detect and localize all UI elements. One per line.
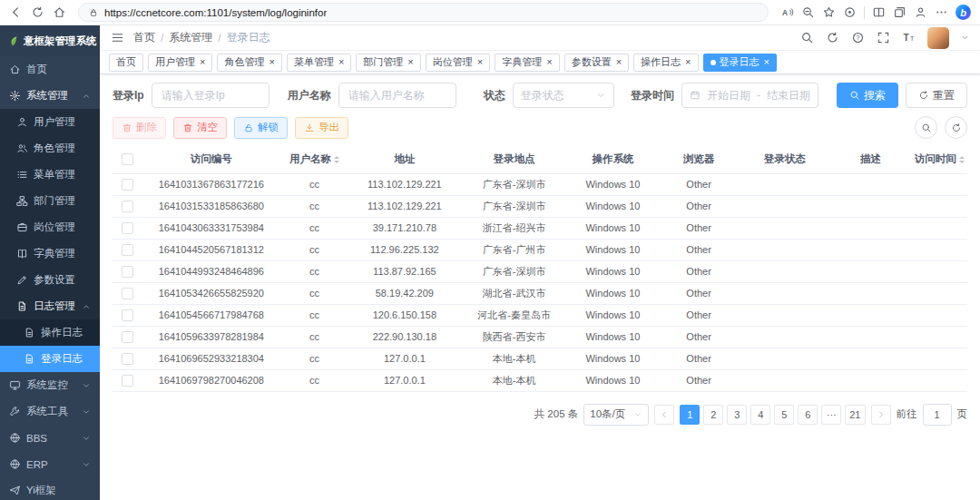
table-row[interactable]: 1641069798270046208cc127.0.0.1本地-本机Windo…	[113, 369, 967, 391]
lock-icon[interactable]	[88, 7, 99, 18]
unlock-button[interactable]: 解锁	[234, 117, 288, 139]
clear-button[interactable]: 清空	[173, 117, 227, 139]
page-button-4[interactable]: 4	[750, 405, 770, 425]
row-checkbox[interactable]	[122, 201, 133, 212]
profile-icon[interactable]	[914, 5, 927, 19]
table-row[interactable]: 1641031367863177216cc113.102.129.221广东省-…	[113, 173, 967, 195]
font-size-icon[interactable]: TT	[902, 31, 916, 44]
header-refresh-icon[interactable]	[826, 31, 839, 44]
tab-2[interactable]: 角色管理×	[217, 54, 281, 72]
breadcrumb-system[interactable]: 系统管理	[169, 30, 212, 45]
sidebar-item-2[interactable]: 用户管理	[0, 109, 100, 135]
prev-page-button[interactable]	[654, 405, 674, 425]
sidebar-item-13[interactable]: 系统工具	[0, 398, 100, 425]
tab-7[interactable]: 参数设置×	[564, 54, 629, 72]
sidebar-item-8[interactable]: 参数设置	[0, 267, 100, 293]
sidebar-item-5[interactable]: 部门管理	[0, 188, 100, 214]
sidebar-item-12[interactable]: 系统监控	[0, 372, 100, 398]
sidebar-item-1[interactable]: 系统管理	[0, 83, 100, 109]
user-name-input[interactable]	[338, 83, 456, 108]
sidebar-item-6[interactable]: 岗位管理	[0, 214, 100, 240]
user-avatar[interactable]	[927, 27, 949, 49]
tab-5[interactable]: 岗位管理×	[426, 54, 490, 72]
page-button-1[interactable]: 1	[680, 405, 700, 425]
close-tab-icon[interactable]: ×	[407, 57, 413, 67]
read-aloud-icon[interactable]: A	[780, 5, 794, 19]
tab-9[interactable]: 登录日志×	[703, 54, 777, 72]
close-tab-icon[interactable]: ×	[616, 57, 622, 67]
column-header-1[interactable]: 用户名称	[280, 146, 349, 173]
close-tab-icon[interactable]: ×	[546, 57, 552, 67]
row-checkbox[interactable]	[122, 375, 133, 387]
sidebar-item-14[interactable]: BBS	[0, 425, 100, 451]
header-search-icon[interactable]	[800, 31, 814, 44]
column-header-8[interactable]: 访问时间	[911, 146, 967, 173]
refresh-table-button[interactable]	[945, 116, 967, 139]
tab-6[interactable]: 字典管理×	[495, 54, 559, 72]
close-tab-icon[interactable]: ×	[764, 57, 769, 67]
page-button-6[interactable]: 6	[798, 405, 818, 425]
sidebar-item-9[interactable]: 日志管理	[0, 293, 100, 319]
tab-8[interactable]: 操作日志×	[633, 54, 698, 72]
row-checkbox[interactable]	[122, 266, 133, 278]
sort-icon[interactable]	[959, 156, 965, 163]
export-button[interactable]: 导出	[295, 117, 348, 139]
sort-icon[interactable]	[334, 156, 339, 163]
sidebar-item-16[interactable]: Yi框架	[0, 477, 100, 500]
sidebar-item-7[interactable]: 字典管理	[0, 240, 100, 267]
toggle-search-button[interactable]	[915, 116, 937, 139]
breadcrumb-home[interactable]: 首页	[133, 30, 155, 45]
tab-4[interactable]: 部门管理×	[356, 54, 420, 72]
select-all-checkbox[interactable]	[122, 153, 133, 165]
delete-button[interactable]: 删除	[113, 117, 166, 139]
search-button[interactable]: 搜索	[837, 83, 898, 108]
table-row[interactable]: 1641043063331753984cc39.171.210.78浙江省-绍兴…	[113, 217, 967, 239]
page-button-21[interactable]: 21	[845, 405, 865, 425]
browser-home-icon[interactable]	[53, 5, 66, 19]
row-checkbox[interactable]	[122, 353, 133, 365]
page-button-2[interactable]: 2	[703, 405, 723, 425]
back-icon[interactable]	[9, 5, 23, 19]
close-tab-icon[interactable]: ×	[200, 57, 205, 67]
sidebar-item-0[interactable]: 首页	[0, 56, 100, 83]
close-tab-icon[interactable]: ×	[269, 57, 274, 67]
sidebar-item-10[interactable]: 操作日志	[0, 319, 100, 346]
row-checkbox[interactable]	[122, 288, 133, 299]
split-screen-icon[interactable]	[872, 5, 886, 19]
page-size-select[interactable]: 10条/页	[583, 404, 649, 426]
login-time-range[interactable]: 开始日期 - 结束日期	[681, 83, 818, 108]
fullscreen-icon[interactable]	[877, 31, 890, 44]
sidebar-item-11[interactable]: 登录日志	[0, 346, 100, 372]
close-tab-icon[interactable]: ×	[685, 57, 691, 67]
close-tab-icon[interactable]: ×	[338, 57, 344, 67]
favorites-icon[interactable]	[822, 5, 836, 19]
table-row[interactable]: 1641069652933218304cc127.0.0.1本地-本机Windo…	[113, 348, 967, 369]
goto-page-input[interactable]	[923, 404, 952, 426]
more-pages-button[interactable]: ···	[821, 405, 841, 425]
tab-1[interactable]: 用户管理×	[148, 54, 212, 72]
collections-icon[interactable]	[893, 5, 906, 19]
sidebar-item-4[interactable]: 菜单管理	[0, 162, 100, 188]
login-ip-input[interactable]	[152, 83, 270, 108]
help-icon[interactable]: ?	[851, 31, 865, 44]
address-bar[interactable]: https://ccnetcore.com:1101/system/log/lo…	[78, 3, 769, 22]
reset-button[interactable]: 重置	[906, 83, 967, 108]
table-row[interactable]: 1641053426655825920cc58.19.42.209湖北省-武汉市…	[113, 282, 967, 304]
avatar-caret-down-icon[interactable]	[961, 34, 969, 42]
reload-icon[interactable]	[31, 5, 44, 19]
sidebar-item-15[interactable]: ERP	[0, 451, 100, 477]
table-row[interactable]: 1641059633978281984cc222.90.130.18陕西省-西安…	[113, 326, 967, 348]
row-checkbox[interactable]	[122, 331, 133, 343]
sidebar-item-3[interactable]: 角色管理	[0, 135, 100, 162]
row-checkbox[interactable]	[122, 222, 133, 234]
table-row[interactable]: 1641031533185863680cc113.102.129.221广东省-…	[113, 195, 967, 217]
copilot-icon[interactable]	[843, 5, 857, 19]
zoom-icon[interactable]	[801, 5, 815, 19]
table-row[interactable]: 1641044520567181312cc112.96.225.132广东省-广…	[113, 239, 967, 260]
row-checkbox[interactable]	[122, 244, 133, 256]
page-button-5[interactable]: 5	[774, 405, 794, 425]
status-select[interactable]: 登录状态	[513, 83, 614, 108]
page-button-3[interactable]: 3	[727, 405, 747, 425]
tab-0[interactable]: 首页	[109, 54, 143, 72]
row-checkbox[interactable]	[122, 179, 133, 191]
